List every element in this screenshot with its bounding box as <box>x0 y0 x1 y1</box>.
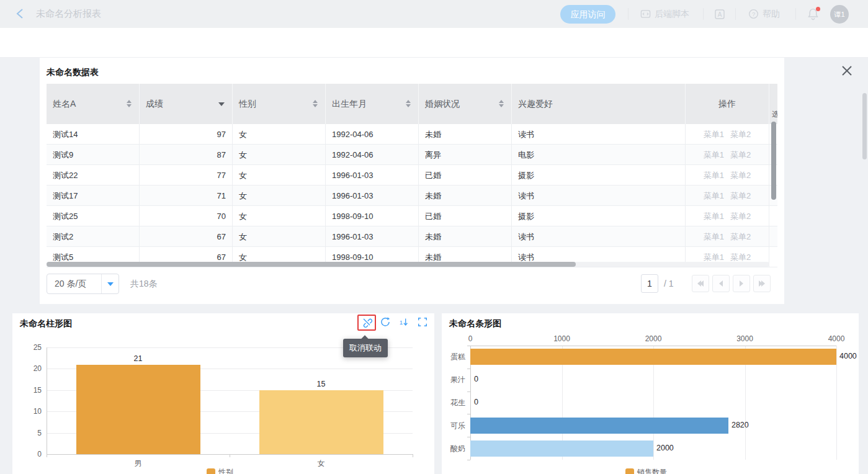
table-cell: 读书 <box>512 186 686 206</box>
sort-icons[interactable] <box>313 100 318 107</box>
row-action-link[interactable]: 菜单1 <box>704 252 724 263</box>
row-action-link[interactable]: 菜单2 <box>730 231 751 243</box>
table-row[interactable]: 测试2277女1996-01-03已婚摄影菜单1菜单2 <box>47 165 777 186</box>
row-action-link[interactable]: 菜单1 <box>704 190 724 202</box>
hbar-chart-legend[interactable]: 销售数量 <box>625 467 667 474</box>
column-label: 出生年月 <box>332 99 367 110</box>
bar-蛋糕[interactable] <box>470 349 836 365</box>
actions-cell: 菜单1菜单2 <box>686 226 769 247</box>
close-icon[interactable] <box>840 64 854 78</box>
divider <box>735 8 736 20</box>
page-number-input[interactable] <box>641 274 658 293</box>
report-title: 未命名分析报表 <box>36 8 101 20</box>
bar-酸奶[interactable] <box>470 440 653 457</box>
bar-chart-legend[interactable]: 性别 <box>207 467 233 474</box>
clipped-column-header: 选 <box>772 109 777 119</box>
page-scrollbar[interactable] <box>862 93 867 159</box>
table-cell: 测试9 <box>47 145 140 165</box>
column-label: 姓名A <box>53 99 76 110</box>
row-action-link[interactable]: 菜单2 <box>730 170 751 181</box>
data-table-card: 未命名数据表 姓名A成绩性别出生年月婚姻状况兴趣爱好操作 选 测试1497女19… <box>40 58 784 304</box>
column-label: 性别 <box>239 99 256 110</box>
divider <box>795 8 796 20</box>
x-tick <box>230 454 230 457</box>
table-row[interactable]: 测试987女1992-04-06离异电影菜单1菜单2 <box>47 145 777 165</box>
row-action-link[interactable]: 菜单2 <box>730 211 751 222</box>
bar-chart-card: 未命名柱形图 1 取消联动 051015202521男15女 <box>12 313 434 474</box>
table-row[interactable]: 测试2570女1998-09-10已婚摄影菜单1菜单2 <box>47 206 777 226</box>
help-icon: ? <box>748 9 759 19</box>
x-tick-label: 0 <box>455 334 486 343</box>
cancel-linkage-icon[interactable] <box>361 316 372 328</box>
back-icon[interactable] <box>15 7 27 20</box>
divider <box>703 8 704 20</box>
table-cell: 离异 <box>419 145 512 165</box>
page-size-label: 20 条/页 <box>47 279 101 290</box>
row-action-link[interactable]: 菜单1 <box>704 170 724 181</box>
sort-icon[interactable]: 1 <box>398 316 409 328</box>
variables-icon: A <box>714 8 726 20</box>
bar-value: 2820 <box>732 421 749 429</box>
table-cell: 1996-01-03 <box>326 186 419 206</box>
y-category-label: 果汁 <box>443 375 465 385</box>
row-action-link[interactable]: 菜单2 <box>730 150 751 161</box>
notification-dot <box>816 7 820 11</box>
sort-icons[interactable] <box>499 100 504 107</box>
svg-text:A: A <box>718 11 722 18</box>
row-action-link[interactable]: 菜单2 <box>730 252 751 263</box>
sort-icons[interactable] <box>406 100 411 107</box>
row-action-link[interactable]: 菜单2 <box>730 129 751 140</box>
bar-男[interactable] <box>76 365 200 454</box>
y-category-label: 可乐 <box>443 421 465 431</box>
bar-可乐[interactable] <box>470 418 728 434</box>
next-page-button[interactable] <box>733 275 750 292</box>
row-action-link[interactable]: 菜单2 <box>730 190 751 202</box>
row-action-link[interactable]: 菜单1 <box>704 231 724 243</box>
column-header-1[interactable]: 姓名A <box>47 84 140 124</box>
row-action-link[interactable]: 菜单1 <box>704 150 724 161</box>
prev-page-button[interactable] <box>712 275 730 292</box>
variables-button[interactable]: A <box>714 0 726 28</box>
horizontal-scrollbar[interactable] <box>47 262 576 267</box>
avatar[interactable]: 谭1 <box>830 5 849 24</box>
table-title: 未命名数据表 <box>47 67 99 78</box>
table-cell: 摄影 <box>512 206 686 226</box>
column-header-4[interactable]: 出生年月 <box>326 84 419 124</box>
column-label: 操作 <box>718 99 736 110</box>
table-cell: 1992-04-06 <box>326 124 419 145</box>
table-row[interactable]: 测试1771女1996-01-03未婚读书菜单1菜单2 <box>47 186 777 206</box>
y-tick-label: 5 <box>22 429 42 437</box>
last-page-button[interactable] <box>753 275 771 292</box>
column-header-5[interactable]: 婚姻状况 <box>419 84 512 124</box>
app-access-button[interactable]: 应用访问 <box>560 5 615 24</box>
refresh-icon[interactable] <box>380 316 391 328</box>
fullscreen-icon[interactable] <box>417 316 428 328</box>
help-button[interactable]: ? 帮助 <box>748 0 780 28</box>
table-row[interactable]: 测试1497女1992-04-06未婚读书菜单1菜单2 <box>47 124 777 145</box>
column-header-2[interactable]: 成绩 <box>140 84 233 124</box>
svg-text:?: ? <box>752 11 755 17</box>
column-header-3[interactable]: 性别 <box>233 84 326 124</box>
sort-desc-icon[interactable] <box>218 102 225 106</box>
page-size-select[interactable]: 20 条/页 <box>47 274 119 294</box>
vertical-scrollbar[interactable] <box>771 122 776 200</box>
table-cell: 1996-01-03 <box>326 165 419 186</box>
help-label: 帮助 <box>763 9 780 20</box>
table-cell: 1998-09-10 <box>326 206 419 226</box>
table-cell: 读书 <box>512 124 686 145</box>
actions-cell: 菜单1菜单2 <box>686 124 769 145</box>
cancel-linkage-tooltip: 取消联动 <box>343 339 388 357</box>
table-row[interactable]: 测试267女1996-01-03未婚读书菜单1菜单2 <box>47 226 777 247</box>
row-action-link[interactable]: 菜单1 <box>704 211 724 222</box>
row-action-link[interactable]: 菜单1 <box>704 129 724 140</box>
column-header-6: 兴趣爱好 <box>512 84 686 124</box>
backend-script-label: 后端脚本 <box>655 9 689 20</box>
backend-script-button[interactable]: 后端脚本 <box>640 0 689 28</box>
x-axis-line <box>470 346 836 346</box>
first-page-button[interactable] <box>692 275 709 292</box>
column-label: 婚姻状况 <box>425 99 460 110</box>
bar-value: 15 <box>309 380 334 388</box>
bar-女[interactable] <box>259 390 383 454</box>
sort-icons[interactable] <box>127 100 132 107</box>
bar-chart-title: 未命名柱形图 <box>20 318 72 329</box>
